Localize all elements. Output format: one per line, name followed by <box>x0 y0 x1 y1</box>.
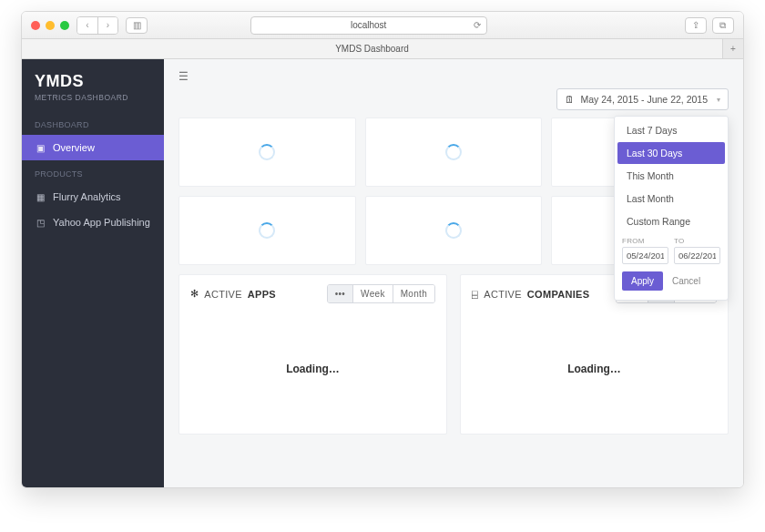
sidebar-item-flurry[interactable]: ▦ Flurry Analytics <box>22 184 164 210</box>
loading-spinner-icon <box>445 222 462 239</box>
section-products-label: PRODUCTS <box>22 160 164 184</box>
sidebar-item-label: Overview <box>53 142 95 153</box>
sidebar-item-yahoo-app[interactable]: ◳ Yahoo App Publishing <box>22 210 164 235</box>
from-label: FROM <box>622 237 668 245</box>
sidebar-toggle-button[interactable]: ▥ <box>126 17 148 34</box>
custom-range-row: FROM TO <box>615 233 728 264</box>
seg-btn-month[interactable]: Month <box>393 285 434 302</box>
sidebar-item-label: Yahoo App Publishing <box>53 217 150 228</box>
panel-title: ✻ ACTIVE APPS <box>190 288 276 300</box>
date-range-text: May 24, 2015 - June 22, 2015 <box>580 94 708 105</box>
panel-body: Loading… <box>190 303 435 434</box>
loading-spinner-icon <box>445 144 462 160</box>
panel-title: ⌸ ACTIVE COMPANIES <box>472 289 589 300</box>
content-area: ☰ 🗓 May 24, 2015 - June 22, 2015 ▾ Last … <box>164 59 743 487</box>
browser-tab[interactable]: YMDS Dashboard <box>22 39 723 58</box>
minimize-window-button[interactable] <box>46 21 55 30</box>
brand-title: YMDS <box>35 72 151 91</box>
title-prefix: ACTIVE <box>204 289 242 300</box>
date-range-dropdown: Last 7 Days Last 30 Days This Month Last… <box>614 116 729 301</box>
seg-btn-more[interactable]: ••• <box>328 285 352 302</box>
cancel-button[interactable]: Cancel <box>672 276 700 286</box>
loading-spinner-icon <box>259 144 275 160</box>
to-label: TO <box>674 237 720 245</box>
building-icon: ⌸ <box>472 289 478 300</box>
top-controls: 🗓 May 24, 2015 - June 22, 2015 ▾ Last 7 … <box>178 88 729 110</box>
chart-icon: ▦ <box>35 192 46 202</box>
metric-card <box>365 118 543 187</box>
sidebar-item-overview[interactable]: ▣ Overview <box>22 135 164 160</box>
sidebar-item-label: Flurry Analytics <box>53 191 121 202</box>
preset-last-7-days[interactable]: Last 7 Days <box>617 119 725 141</box>
loading-text: Loading… <box>567 363 621 375</box>
metric-card <box>365 196 543 265</box>
breadcrumb-icon: ☰ <box>178 70 189 83</box>
nav-buttons: ‹ › <box>76 16 118 35</box>
url-bar[interactable]: localhost ⟳ <box>250 16 487 35</box>
reload-icon[interactable]: ⟳ <box>474 20 481 30</box>
loading-text: Loading… <box>286 363 340 375</box>
panel-header: ✻ ACTIVE APPS ••• Week Month <box>190 284 435 303</box>
loading-spinner-icon <box>259 222 275 239</box>
dropdown-actions: Apply Cancel <box>615 264 728 291</box>
new-tab-button[interactable]: + <box>723 39 743 58</box>
overview-icon: ▣ <box>35 143 46 153</box>
brand-subtitle: METRICS DASHBOARD <box>35 93 151 102</box>
preset-custom-range[interactable]: Custom Range <box>617 210 725 232</box>
tab-title: YMDS Dashboard <box>335 44 409 54</box>
title-main: APPS <box>248 289 276 300</box>
right-tools: ⇪ ⧉ <box>685 17 734 34</box>
preset-last-month[interactable]: Last Month <box>617 188 725 210</box>
apply-button[interactable]: Apply <box>622 271 663 291</box>
panel-body: Loading… <box>472 303 717 434</box>
traffic-lights <box>31 21 69 30</box>
url-text: localhost <box>351 20 386 30</box>
browser-window: ‹ › ▥ localhost ⟳ ⇪ ⧉ YMDS Dashboard + Y… <box>21 11 744 488</box>
chevron-down-icon: ▾ <box>717 96 720 104</box>
close-window-button[interactable] <box>31 21 40 30</box>
tab-bar: YMDS Dashboard + <box>22 39 743 59</box>
sidebar: YMDS METRICS DASHBOARD DASHBOARD ▣ Overv… <box>22 59 164 487</box>
metric-card <box>178 118 356 187</box>
date-range-button[interactable]: 🗓 May 24, 2015 - June 22, 2015 ▾ <box>556 88 729 110</box>
calendar-icon: 🗓 <box>565 94 575 105</box>
preset-last-30-days[interactable]: Last 30 Days <box>617 142 725 164</box>
from-date-input[interactable] <box>622 247 668 264</box>
title-main: COMPANIES <box>527 289 590 300</box>
share-button[interactable]: ⇪ <box>685 17 707 34</box>
breadcrumb: ☰ <box>178 70 729 83</box>
section-dashboard-label: DASHBOARD <box>22 111 164 135</box>
to-date-input[interactable] <box>674 247 720 264</box>
active-apps-panel: ✻ ACTIVE APPS ••• Week Month Loading… <box>178 274 447 435</box>
maximize-window-button[interactable] <box>60 21 69 30</box>
brand: YMDS METRICS DASHBOARD <box>22 59 164 111</box>
publish-icon: ◳ <box>35 218 46 228</box>
time-segment: ••• Week Month <box>327 284 435 303</box>
seg-btn-week[interactable]: Week <box>352 285 393 302</box>
settings-icon: ✻ <box>190 288 199 300</box>
tabs-button[interactable]: ⧉ <box>712 17 734 34</box>
preset-this-month[interactable]: This Month <box>617 165 725 187</box>
title-prefix: ACTIVE <box>484 289 522 300</box>
metric-card <box>178 196 356 265</box>
app-root: YMDS METRICS DASHBOARD DASHBOARD ▣ Overv… <box>22 59 743 487</box>
back-button[interactable]: ‹ <box>77 17 97 34</box>
forward-button[interactable]: › <box>97 17 117 34</box>
browser-toolbar: ‹ › ▥ localhost ⟳ ⇪ ⧉ <box>22 12 743 39</box>
